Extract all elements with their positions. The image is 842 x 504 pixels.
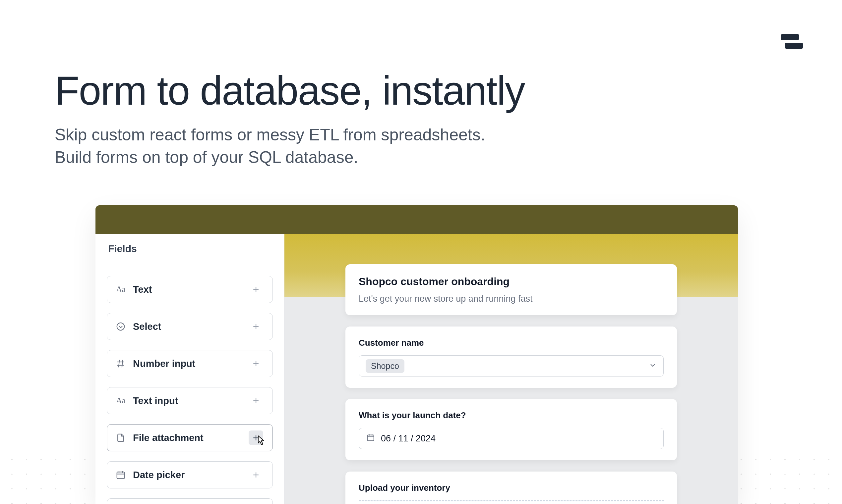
field-type-text[interactable]: Aa Text + [107,276,273,303]
add-field-button[interactable]: + [248,393,263,408]
field-type-select[interactable]: Select + [107,313,273,340]
field-type-label: File attachment [133,432,204,444]
add-field-button[interactable]: + [248,468,263,482]
field-type-label: Number input [133,358,195,369]
page-subtitle: Skip custom react forms or messy ETL fro… [55,124,525,168]
customer-name-value: Shopco [366,359,405,373]
form-title: Shopco customer onboarding [359,275,664,288]
svg-point-2 [117,323,125,330]
add-field-button[interactable]: + [248,319,263,334]
page-subtitle-line2: Build forms on top of your SQL database. [55,148,358,166]
text-icon: Aa [115,284,126,295]
field-type-label: Text [133,284,152,295]
svg-rect-1 [785,43,803,49]
field-type-number[interactable]: Number input + [107,350,273,377]
mouse-cursor-icon [255,434,267,448]
brand-logo [779,32,806,51]
calendar-icon [366,433,375,444]
fields-sidebar-title: Fields [96,234,284,263]
field-type-label: Text input [133,395,178,406]
page-title: Form to database, instantly [55,70,525,112]
add-field-button[interactable]: + [248,282,263,297]
question-label: Customer name [359,338,664,348]
calendar-icon [115,469,126,481]
field-type-label: Select [133,321,161,332]
number-icon [115,358,126,369]
svg-line-6 [122,360,123,367]
select-icon [115,321,126,332]
text-icon: Aa [115,395,126,406]
app-frame: Fields Aa Text + [96,205,738,504]
fields-sidebar: Fields Aa Text + [96,234,285,504]
field-type-listbox[interactable]: Listbox + [107,498,273,504]
svg-line-5 [119,360,120,367]
form-question-customer-name: Customer name Shopco [345,326,677,388]
svg-rect-7 [117,472,125,479]
launch-date-value: 06 / 11 / 2024 [381,433,435,444]
field-type-text-input[interactable]: Aa Text input + [107,387,273,414]
launch-date-input[interactable]: 06 / 11 / 2024 [359,428,664,449]
field-type-file-attachment[interactable]: File attachment + [107,424,273,451]
form-header-card: Shopco customer onboarding Let's get you… [345,264,677,315]
page-subtitle-line1: Skip custom react forms or messy ETL fro… [55,126,485,144]
app-topbar [96,205,738,234]
form-question-upload-inventory: Upload your inventory [345,471,677,504]
chevron-down-icon [649,361,657,371]
field-type-label: Date picker [133,470,185,481]
file-icon [115,432,126,444]
form-canvas: Shopco customer onboarding Let's get you… [285,234,738,504]
svg-rect-17 [367,435,374,440]
form-question-launch-date: What is your launch date? 06 / 11 / 2024 [345,399,677,460]
question-label: Upload your inventory [359,483,664,493]
field-type-date-picker[interactable]: Date picker + [107,461,273,488]
upload-dropzone[interactable] [359,500,664,504]
add-field-button[interactable]: + [248,356,263,371]
question-label: What is your launch date? [359,410,664,420]
form-subtitle: Let's get your new store up and running … [359,294,664,304]
customer-name-select[interactable]: Shopco [359,355,664,377]
svg-rect-0 [781,34,799,40]
